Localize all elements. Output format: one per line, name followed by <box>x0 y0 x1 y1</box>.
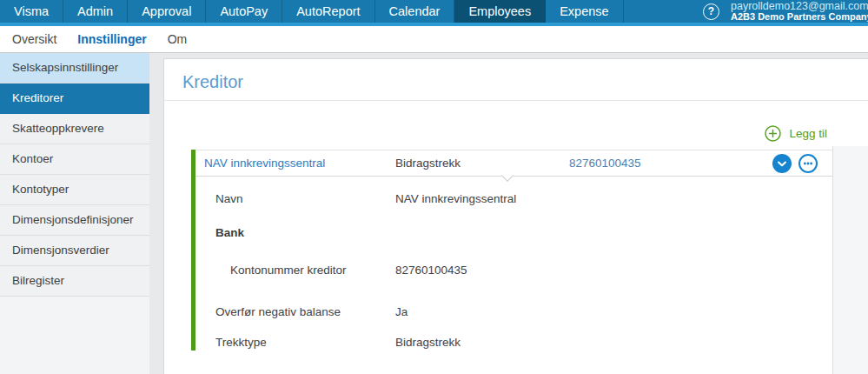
nav-item-calendar[interactable]: Calendar <box>375 0 455 23</box>
field-label: Overfør negativ balanse <box>215 304 395 320</box>
creditor-panel-wrap: NAV innkrevingssentral Bidragstrekk 8276… <box>191 150 832 351</box>
row-actions <box>772 154 832 173</box>
tab-oversikt[interactable]: Oversikt <box>12 32 56 46</box>
field-label: Navn <box>215 191 395 207</box>
sidebar-item-bilregister[interactable]: Bilregister <box>0 266 149 297</box>
actions-bar: Legg til <box>164 101 868 150</box>
sidebar-item-dimensjonsverdier[interactable]: Dimensjonsverdier <box>0 236 149 266</box>
creditor-name: NAV innkrevingssentral <box>195 157 395 170</box>
field-group-bank: Bank <box>215 225 832 241</box>
sidebar-item-dimensjonsdefinisjoner[interactable]: Dimensjonsdefinisjoner <box>0 205 149 236</box>
visma-app-window: Visma Admin Approval AutoPay AutoReport … <box>0 0 868 374</box>
nav-item-employees[interactable]: Employees <box>454 0 546 23</box>
user-company: A2B3 Demo Partners Company <box>731 12 868 23</box>
plus-circle-icon <box>765 125 781 142</box>
field-navn: Navn NAV innkrevingssentral <box>215 191 832 207</box>
top-nav-right: payrolldemo123@gmail.com A2B3 Demo Partn… <box>703 0 868 23</box>
top-navigation: Visma Admin Approval AutoPay AutoReport … <box>0 0 868 23</box>
sidebar-item-skatteoppkrevere[interactable]: Skatteoppkrevere <box>0 114 149 144</box>
sidebar-item-kontoer[interactable]: Kontoer <box>0 144 149 175</box>
more-options-icon[interactable] <box>798 154 818 173</box>
sub-navigation: Oversikt Innstillinger Om <box>0 26 868 53</box>
nav-item-autoreport[interactable]: AutoReport <box>282 0 374 23</box>
nav-item-approval[interactable]: Approval <box>128 0 206 23</box>
main-panel: Kreditor Legg til NAV innkrevingssentral <box>149 53 868 374</box>
field-value: NAV innkrevingssentral <box>395 191 516 207</box>
field-trekktype: Trekktype Bidragstrekk <box>215 335 832 351</box>
content-area: Selskapsinnstillinger Kreditorer Skatteo… <box>0 53 868 374</box>
field-value: Bidragstrekk <box>395 335 461 351</box>
creditor-details: Navn NAV innkrevingssentral Bank Kontonu… <box>195 177 832 351</box>
sidebar-item-selskapsinnstillinger[interactable]: Selskapsinnstillinger <box>0 53 149 83</box>
right-gutter <box>832 146 868 374</box>
sidebar-item-kreditorer[interactable]: Kreditorer <box>0 83 149 114</box>
field-value: 82760100435 <box>395 263 467 278</box>
tab-om[interactable]: Om <box>168 32 188 46</box>
sidebar-item-kontotyper[interactable]: Kontotyper <box>0 175 149 205</box>
help-icon[interactable] <box>703 3 719 20</box>
field-value: Ja <box>395 304 407 320</box>
settings-sidebar: Selskapsinnstillinger Kreditorer Skatteo… <box>0 53 149 374</box>
add-creditor-button[interactable]: Legg til <box>765 125 827 142</box>
nav-item-expense[interactable]: Expense <box>546 0 623 23</box>
nav-item-autopay[interactable]: AutoPay <box>206 0 282 23</box>
page-title: Kreditor <box>164 59 868 101</box>
nav-item-visma[interactable]: Visma <box>0 0 63 23</box>
top-nav-items: Visma Admin Approval AutoPay AutoReport … <box>0 0 624 23</box>
chevron-down-circle-icon[interactable] <box>772 154 792 173</box>
tab-innstillinger[interactable]: Innstillinger <box>77 32 146 46</box>
creditor-panel: NAV innkrevingssentral Bidragstrekk 8276… <box>191 150 832 351</box>
creditor-type: Bidragstrekk <box>395 157 569 170</box>
creditor-account: 82760100435 <box>569 157 772 170</box>
kreditor-card: Kreditor Legg til NAV innkrevingssentral <box>163 58 868 374</box>
group-heading: Bank <box>215 225 395 241</box>
add-creditor-label: Legg til <box>789 127 827 140</box>
field-label: Kontonummer kreditor <box>230 263 395 278</box>
nav-item-admin[interactable]: Admin <box>63 0 128 23</box>
user-menu[interactable]: payrolldemo123@gmail.com A2B3 Demo Partn… <box>731 0 868 23</box>
field-overfor-negativ-balanse: Overfør negativ balanse Ja <box>215 304 832 320</box>
field-kontonummer-kreditor: Kontonummer kreditor 82760100435 <box>230 263 832 278</box>
creditor-row[interactable]: NAV innkrevingssentral Bidragstrekk 8276… <box>195 150 832 177</box>
field-label: Trekktype <box>215 335 395 351</box>
